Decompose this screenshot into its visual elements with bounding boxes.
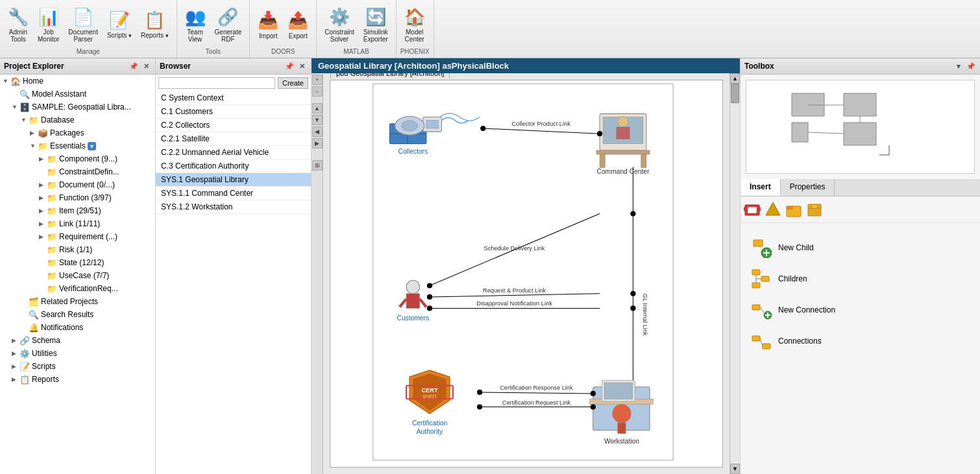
tree-item-constraintdef[interactable]: 📁 ConstraintDefin... bbox=[36, 165, 155, 178]
browser-item-c21-satellite[interactable]: C.2.1 Satellite bbox=[156, 132, 311, 146]
document-parser-button[interactable]: 📄 DocumentParser bbox=[64, 4, 102, 45]
pan-right-button[interactable]: ▶ bbox=[312, 138, 323, 148]
tree-item-document[interactable]: ▶ 📁 Document (0/...) bbox=[36, 178, 155, 191]
svg-rect-16 bbox=[641, 154, 646, 168]
constraint-solver-button[interactable]: ⚙️ ConstraintSolver bbox=[321, 4, 358, 45]
pe-close-button[interactable]: ✕ bbox=[141, 61, 151, 71]
svg-rect-78 bbox=[787, 206, 793, 209]
browser-header: Browser 📌 ✕ bbox=[156, 58, 311, 75]
tree-item-risk[interactable]: 📁 Risk (1/1) bbox=[36, 243, 155, 256]
simulink-exporter-button[interactable]: 🔄 SimulinkExporter bbox=[360, 4, 392, 45]
toolbox-item-connections[interactable]: Connections bbox=[746, 327, 975, 355]
tree-item-scripts[interactable]: ▶ 📝 Scripts bbox=[9, 360, 155, 373]
tree-item-essentials[interactable]: ▼ 📁 Essentials ▾ bbox=[27, 139, 155, 152]
tree-item-search-results[interactable]: 🔍 Search Results bbox=[18, 308, 155, 321]
admin-tools-button[interactable]: 🔧 AdminTools bbox=[4, 4, 32, 45]
tree-item-item[interactable]: ▶ 📁 Item (29/51) bbox=[36, 204, 155, 217]
zoom-out-button[interactable]: − bbox=[312, 86, 323, 97]
browser-item-c-system-context[interactable]: C System Context bbox=[156, 91, 311, 105]
tree-item-notifications[interactable]: 🔔 Notifications bbox=[18, 321, 155, 334]
model-center-button[interactable]: 🏠 ModelCenter bbox=[400, 4, 429, 45]
toolbox-item-new-connection[interactable]: New Connection bbox=[746, 296, 975, 324]
tree-item-home[interactable]: ▼ 🏠 Home bbox=[0, 75, 155, 88]
svg-rect-81 bbox=[812, 205, 817, 208]
admin-tools-label: AdminTools bbox=[9, 29, 27, 43]
svg-text:Collector Product Link: Collector Product Link bbox=[511, 121, 570, 127]
insert-icon-4[interactable] bbox=[805, 200, 824, 219]
tab-properties[interactable]: Properties bbox=[781, 179, 835, 196]
fit-button[interactable]: ⊞ bbox=[312, 160, 323, 171]
browser-item-c1-customers[interactable]: C.1 Customers bbox=[156, 105, 311, 119]
toggle-function: ▶ bbox=[39, 195, 47, 201]
toggle-item: ▶ bbox=[39, 207, 47, 214]
svg-line-98 bbox=[760, 338, 763, 346]
tree-item-model-assistant[interactable]: 🔍 Model Assistant bbox=[9, 88, 155, 101]
import-button[interactable]: 📥 Import bbox=[254, 8, 282, 42]
toggle-reports: ▶ bbox=[12, 376, 19, 383]
toolbox-item-children[interactable]: Children bbox=[746, 265, 975, 293]
toolbox-item-new-child[interactable]: New Child bbox=[746, 233, 975, 262]
canvas-diagram[interactable]: pbd Geospatial Library [Architoon] bbox=[330, 80, 723, 468]
tree-item-reports[interactable]: ▶ 📋 Reports bbox=[9, 373, 155, 386]
insert-icon-1[interactable] bbox=[743, 200, 761, 219]
generate-rdf-button[interactable]: 🔗 GenerateRDF bbox=[211, 4, 246, 45]
tree-item-usecase[interactable]: 📁 UseCase (7/7) bbox=[36, 269, 155, 282]
svg-rect-87 bbox=[761, 276, 769, 281]
tree-item-database[interactable]: ▼ 📁 Database bbox=[18, 113, 155, 126]
import-label: Import bbox=[259, 32, 277, 40]
scripts-button[interactable]: 📝 Scripts bbox=[103, 7, 136, 42]
pe-pin-button[interactable]: 📌 bbox=[129, 61, 139, 71]
toolbox-content: New Child Children bbox=[741, 228, 980, 474]
insert-icon-3[interactable] bbox=[785, 200, 803, 219]
children-label: Children bbox=[778, 274, 807, 283]
team-view-icon: 👥 bbox=[185, 6, 206, 27]
toolbox-arrow-button[interactable]: ▾ bbox=[953, 61, 964, 71]
team-view-button[interactable]: 👥 TeamView bbox=[181, 4, 210, 45]
toolbar-group-matlab: ⚙️ ConstraintSolver 🔄 SimulinkExporter M… bbox=[317, 0, 396, 58]
toolbox-tabs: Insert Properties bbox=[741, 179, 980, 196]
toolbox-pin-button[interactable]: 📌 bbox=[966, 61, 976, 71]
tab-insert[interactable]: Insert bbox=[741, 179, 781, 196]
svg-rect-15 bbox=[600, 154, 605, 168]
pan-left-button[interactable]: ◀ bbox=[312, 126, 323, 137]
browser-pin-button[interactable]: 📌 bbox=[284, 61, 295, 71]
pan-up-button[interactable]: ▲ bbox=[312, 103, 323, 113]
insert-icons-row bbox=[741, 196, 980, 223]
canvas-inner[interactable]: pbd Geospatial Library [Architoon] bbox=[323, 73, 729, 474]
search-results-label: Search Results bbox=[41, 310, 93, 319]
vscroll-down-button[interactable]: ▼ bbox=[730, 464, 740, 474]
browser-search-input[interactable] bbox=[158, 77, 275, 89]
tree-item-requirement[interactable]: ▶ 📁 Requirement (...) bbox=[36, 230, 155, 243]
browser-item-c22-unmanned[interactable]: C.2.2 Unmanned Aerial Vehicle bbox=[156, 146, 311, 160]
tree-item-packages[interactable]: ▶ 📦 Packages bbox=[27, 126, 155, 139]
sample-icon: 🗄️ bbox=[19, 102, 30, 112]
tree-item-component[interactable]: ▶ 📁 Component (9...) bbox=[36, 152, 155, 165]
browser-create-button[interactable]: Create bbox=[278, 77, 308, 89]
link-label: Link (11/11) bbox=[59, 219, 100, 228]
simulink-exporter-label: SimulinkExporter bbox=[363, 29, 388, 43]
export-button[interactable]: 📤 Export bbox=[284, 8, 312, 42]
browser-item-sys1-geospatial[interactable]: SYS.1 Geospatial Library bbox=[156, 173, 311, 187]
tree-item-verificationreq[interactable]: 📁 VerificationReq... bbox=[36, 282, 155, 295]
simulink-exporter-icon: 🔄 bbox=[365, 6, 386, 27]
browser-item-sys12-workstation[interactable]: SYS.1.2 Workstation bbox=[156, 200, 311, 214]
browser-item-c2-collectors[interactable]: C.2 Collectors bbox=[156, 119, 311, 132]
job-monitor-button[interactable]: 📊 JobMonitor bbox=[34, 4, 63, 45]
tree-item-function[interactable]: ▶ 📁 Function (3/97) bbox=[36, 191, 155, 204]
zoom-in-button[interactable]: + bbox=[312, 75, 323, 85]
vscroll-thumb[interactable] bbox=[731, 84, 739, 103]
tree-item-link[interactable]: ▶ 📁 Link (11/11) bbox=[36, 217, 155, 230]
tree-item-state[interactable]: 📁 State (12/12) bbox=[36, 256, 155, 269]
browser-item-sys11-command[interactable]: SYS.1.1 Command Center bbox=[156, 187, 311, 200]
tree-item-utilities[interactable]: ▶ ⚙️ Utilities bbox=[9, 347, 155, 360]
reports-button[interactable]: 📋 Reports bbox=[137, 7, 173, 42]
browser-close-button[interactable]: ✕ bbox=[297, 61, 307, 71]
pan-down-button[interactable]: ▼ bbox=[312, 115, 323, 125]
tree-item-schema[interactable]: ▶ 🔗 Schema bbox=[9, 334, 155, 347]
tree-item-related-projects[interactable]: 🗂️ Related Projects bbox=[18, 295, 155, 308]
browser-item-c3-certification[interactable]: C.3 Certification Authority bbox=[156, 160, 311, 173]
svg-point-12 bbox=[618, 116, 628, 126]
vscroll-up-button[interactable]: ▲ bbox=[730, 73, 740, 84]
insert-icon-2[interactable] bbox=[764, 200, 782, 219]
tree-item-sample[interactable]: ▼ 🗄️ SAMPLE: Geospatial Libra... bbox=[9, 101, 155, 113]
